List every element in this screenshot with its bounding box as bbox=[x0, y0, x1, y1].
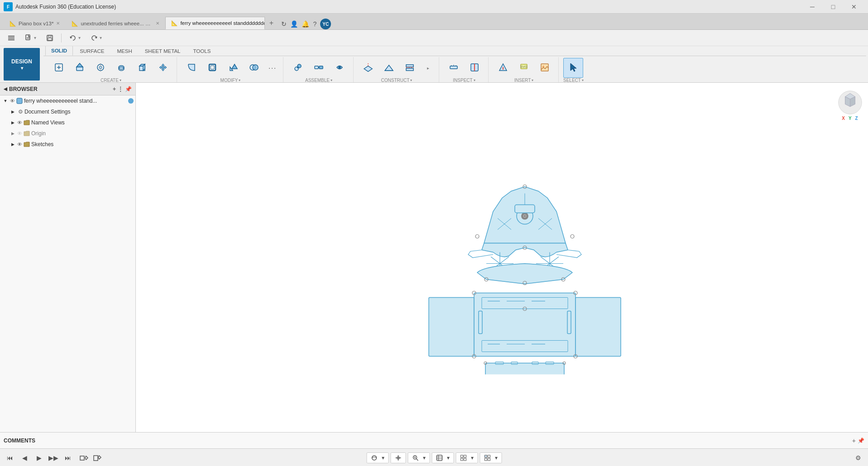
extrude-button[interactable] bbox=[70, 58, 90, 78]
browser-origin[interactable]: ▶ 👁 Origin bbox=[0, 128, 135, 139]
tab-piano-box[interactable]: 📐 Piano box v13* ✕ bbox=[4, 17, 66, 29]
settings-button[interactable]: ⚙ bbox=[852, 452, 864, 464]
keyframe-box-button[interactable] bbox=[78, 452, 91, 464]
tab-unextruded[interactable]: 📐 unextruded ferries wheee... eeeeeeeeee… bbox=[66, 17, 165, 29]
maximize-button[interactable]: □ bbox=[823, 0, 844, 14]
tab-ferry[interactable]: 📐 ferry wheeeeeeeeeeel standddddddd v6 ✕ bbox=[165, 17, 265, 29]
snap-control-group: ▾ bbox=[480, 452, 502, 463]
save-button[interactable] bbox=[42, 32, 58, 44]
play-button[interactable]: ▶ bbox=[33, 452, 45, 464]
scale-button[interactable] bbox=[223, 58, 243, 78]
undo-button[interactable]: ▾ bbox=[65, 32, 85, 44]
snap-button[interactable] bbox=[482, 454, 493, 461]
zoom-window-button[interactable] bbox=[410, 454, 421, 461]
browser-collapse-button[interactable]: ◀ bbox=[4, 86, 7, 91]
revolve-button[interactable] bbox=[91, 58, 110, 78]
tab-solid[interactable]: SOLID bbox=[45, 46, 73, 56]
browser-sketches[interactable]: ▶ 👁 Sketches bbox=[0, 139, 135, 150]
rigid-group-button[interactable] bbox=[309, 58, 329, 78]
root-context-button[interactable] bbox=[128, 98, 134, 104]
sketches-toggle[interactable]: ▶ bbox=[9, 141, 16, 148]
angle-plane-button[interactable] bbox=[379, 58, 399, 78]
play-next-button[interactable]: ▶▶ bbox=[47, 452, 60, 464]
play-prev-button[interactable]: ◀ bbox=[18, 452, 31, 464]
viewport-canvas[interactable]: X Y Z bbox=[136, 83, 868, 432]
named-views-visibility[interactable]: 👁 bbox=[17, 120, 22, 125]
measure-button[interactable] bbox=[444, 58, 464, 78]
joint-button[interactable] bbox=[288, 58, 308, 78]
tab-sheet-metal[interactable]: SHEET METAL bbox=[139, 46, 187, 56]
fillet-button[interactable] bbox=[182, 58, 201, 78]
construct-more-button[interactable]: ▸ bbox=[421, 61, 435, 75]
browser-named-views[interactable]: ▶ 👁 Named Views bbox=[0, 117, 135, 128]
combine-button[interactable] bbox=[244, 58, 264, 78]
tab-close-button[interactable]: ✕ bbox=[156, 21, 159, 26]
insert-group-label[interactable]: INSERT ▾ bbox=[514, 78, 534, 82]
keyframe-flag-button[interactable] bbox=[91, 452, 104, 464]
play-last-button[interactable]: ⏭ bbox=[62, 452, 74, 464]
display-dropdown[interactable]: ▾ bbox=[445, 455, 451, 461]
redo-button[interactable]: ▾ bbox=[86, 32, 106, 44]
orbit-button[interactable] bbox=[369, 454, 379, 461]
root-expand-toggle[interactable]: ▼ bbox=[2, 97, 9, 105]
play-first-button[interactable]: ⏮ bbox=[4, 452, 16, 464]
notification-icon[interactable]: 🔔 bbox=[302, 20, 309, 28]
grid-dropdown[interactable]: ▾ bbox=[469, 455, 475, 461]
inspect-group-label[interactable]: INSPECT ▾ bbox=[453, 78, 475, 82]
doc-settings-toggle[interactable]: ▶ bbox=[9, 108, 16, 115]
offset-plane-button[interactable] bbox=[358, 58, 378, 78]
origin-visibility[interactable]: 👁 bbox=[17, 131, 22, 136]
select-button[interactable] bbox=[563, 58, 583, 78]
snap-dropdown[interactable]: ▾ bbox=[493, 455, 499, 461]
modify-group-label[interactable]: MODIFY ▾ bbox=[221, 78, 241, 82]
insert-svg-button[interactable]: SVG bbox=[514, 58, 534, 78]
section-analysis-button[interactable] bbox=[465, 58, 484, 78]
box-button[interactable] bbox=[132, 58, 152, 78]
select-group-label[interactable]: SELECT ▾ bbox=[563, 78, 584, 82]
orbit-dropdown[interactable]: ▾ bbox=[380, 455, 386, 461]
canvas-button[interactable] bbox=[535, 58, 555, 78]
viewport-orientation-widget[interactable]: X Y Z bbox=[836, 87, 863, 124]
move-button[interactable] bbox=[153, 58, 173, 78]
browser-doc-settings[interactable]: ▶ ⚙ Document Settings bbox=[0, 106, 135, 117]
account-icon[interactable]: 👤 bbox=[290, 20, 298, 28]
assemble-group-label[interactable]: ASSEMBLE ▾ bbox=[305, 78, 332, 82]
tab-mesh[interactable]: MESH bbox=[111, 46, 138, 56]
minimize-button[interactable]: ─ bbox=[802, 0, 823, 14]
comments-add-button[interactable]: + bbox=[852, 437, 856, 444]
origin-toggle[interactable]: ▶ bbox=[9, 130, 16, 137]
zoom-dropdown[interactable]: ▾ bbox=[421, 455, 427, 461]
browser-root-item[interactable]: ▼ 👁 ferry wheeeeeeeeeeel stand... bbox=[0, 95, 135, 106]
tab-close-button[interactable]: ✕ bbox=[56, 21, 60, 26]
insert-mesh-button[interactable] bbox=[493, 58, 513, 78]
browser-add-button[interactable]: + bbox=[113, 86, 116, 92]
new-tab-button[interactable]: + bbox=[265, 17, 278, 29]
display-mode-button[interactable] bbox=[434, 454, 445, 461]
browser-panel: ◀ BROWSER + ⋮ 📌 ▼ 👁 ferry wheeeeeeeeeeel… bbox=[0, 83, 136, 432]
close-button[interactable]: ✕ bbox=[844, 0, 864, 14]
browser-pin-button[interactable]: 📌 bbox=[125, 86, 132, 92]
construct-group-label[interactable]: CONSTRUCT ▾ bbox=[381, 78, 412, 82]
modify-more-button[interactable]: ⋯ bbox=[265, 61, 279, 75]
motion-link-button[interactable] bbox=[330, 58, 350, 78]
root-visibility-toggle[interactable]: 👁 bbox=[10, 98, 15, 104]
grid-button[interactable] bbox=[458, 454, 469, 461]
hole-button[interactable] bbox=[111, 58, 131, 78]
pan-button[interactable] bbox=[393, 454, 403, 461]
midplane-button[interactable] bbox=[400, 58, 420, 78]
app-menu-button[interactable] bbox=[4, 32, 19, 44]
sketches-visibility[interactable]: 👁 bbox=[17, 142, 22, 147]
help-icon[interactable]: ? bbox=[313, 20, 317, 28]
tab-tools[interactable]: TOOLS bbox=[187, 46, 217, 56]
browser-options-button[interactable]: ⋮ bbox=[118, 86, 123, 92]
shell-button[interactable] bbox=[202, 58, 222, 78]
design-mode-button[interactable]: DESIGN ▾ bbox=[4, 48, 40, 81]
comments-pin-button[interactable]: 📌 bbox=[858, 437, 864, 444]
new-component-button[interactable] bbox=[49, 58, 69, 78]
user-avatar[interactable]: YC bbox=[320, 19, 331, 29]
named-views-toggle[interactable]: ▶ bbox=[9, 119, 16, 126]
file-menu-button[interactable]: ▾ bbox=[21, 32, 40, 44]
refresh-icon[interactable]: ↻ bbox=[281, 20, 287, 28]
tab-surface[interactable]: SURFACE bbox=[74, 46, 110, 56]
create-group-label[interactable]: CREATE ▾ bbox=[101, 78, 121, 82]
